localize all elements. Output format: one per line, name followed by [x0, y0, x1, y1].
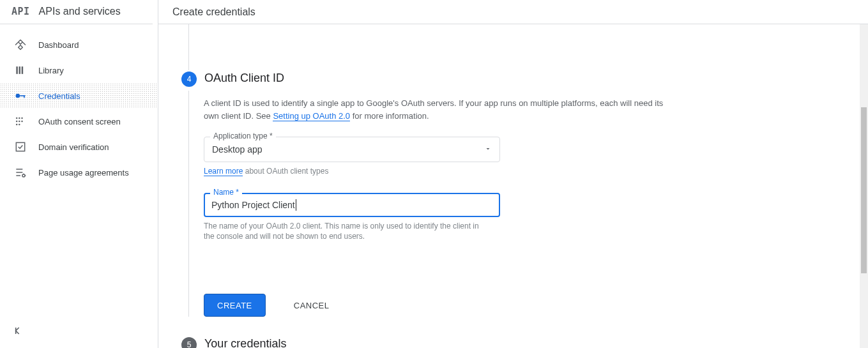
text-cursor [296, 199, 296, 211]
svg-rect-5 [24, 95, 25, 98]
step-badge-5: 5 [181, 337, 197, 348]
sidebar-item-label: Credentials [38, 91, 80, 101]
application-type-label: Application type * [210, 132, 276, 140]
svg-point-3 [16, 94, 20, 98]
library-icon [14, 64, 27, 77]
step-4-description: A client ID is used to identify a single… [204, 97, 664, 123]
svg-point-6 [16, 117, 18, 119]
sidebar-nav: Dashboard Library Credentials OAuth cons… [0, 24, 158, 348]
scrollbar-thumb[interactable] [861, 107, 867, 273]
sidebar-item-label: Page usage agreements [38, 168, 129, 178]
main-header: Create credentials [158, 0, 868, 24]
sidebar-item-label: OAuth consent screen [38, 117, 121, 126]
name-helper: The name of your OAuth 2.0 client. This … [204, 221, 485, 241]
name-input[interactable] [211, 200, 296, 210]
svg-rect-0 [16, 66, 18, 74]
sidebar-item-label: Dashboard [38, 40, 79, 50]
consent-screen-icon [14, 115, 27, 128]
sidebar-item-agreements[interactable]: Page usage agreements [0, 160, 158, 185]
sidebar: API APIs and services Dashboard Library [0, 0, 158, 348]
svg-point-13 [19, 124, 20, 126]
name-field: Name * The name of your OAuth 2.0 client… [204, 193, 500, 241]
step-4-oauth-client-id: 4 OAuth Client ID A client ID is used to… [158, 47, 868, 317]
svg-point-8 [21, 117, 23, 119]
sidebar-item-oauth-consent[interactable]: OAuth consent screen [0, 109, 158, 134]
collapse-sidebar-button[interactable] [11, 324, 24, 339]
agreements-icon [14, 166, 27, 179]
step-5-your-credentials: 5 Your credentials [158, 317, 868, 348]
learn-more-link[interactable]: Learn more [204, 167, 243, 176]
main: Create credentials Scopes (optional) 4 O… [158, 0, 868, 348]
name-label: Name * [210, 188, 242, 197]
application-type-select[interactable]: Desktop app [204, 137, 500, 162]
sidebar-item-credentials[interactable]: Credentials [0, 83, 158, 109]
name-input-wrapper [204, 193, 500, 217]
page-title: Create credentials [172, 6, 255, 18]
step-4-title: OAuth Client ID [204, 70, 284, 86]
sidebar-item-dashboard[interactable]: Dashboard [0, 32, 158, 57]
step-badge-4: 4 [181, 72, 197, 87]
chevron-down-icon [484, 144, 492, 155]
api-logo: API [11, 6, 30, 17]
product-header: API APIs and services [0, 0, 158, 24]
svg-rect-2 [22, 66, 24, 74]
application-type-value: Desktop app [212, 144, 263, 155]
step-5-title: Your credentials [204, 336, 286, 348]
verification-icon [14, 140, 27, 153]
svg-point-10 [19, 121, 20, 123]
svg-point-15 [22, 174, 25, 177]
sidebar-item-domain-verification[interactable]: Domain verification [0, 134, 158, 160]
content-area: Scopes (optional) 4 OAuth Client ID A cl… [158, 24, 868, 348]
dashboard-icon [14, 38, 27, 51]
svg-rect-1 [19, 66, 21, 74]
svg-point-9 [16, 121, 18, 123]
step-3-scopes: Scopes (optional) [158, 24, 868, 47]
sidebar-item-library[interactable]: Library [0, 57, 158, 83]
sidebar-item-label: Domain verification [38, 142, 109, 152]
application-type-field: Application type * Desktop app Learn mor… [204, 137, 500, 176]
key-icon [14, 89, 27, 102]
svg-point-7 [19, 117, 20, 119]
cancel-button[interactable]: CANCEL [281, 294, 342, 317]
svg-point-12 [16, 124, 18, 126]
svg-rect-14 [16, 142, 24, 151]
application-type-helper: Learn more about OAuth client types [204, 166, 500, 176]
scrollbar-track[interactable] [860, 24, 868, 348]
svg-point-11 [21, 121, 23, 123]
setup-oauth-link[interactable]: Setting up OAuth 2.0 [273, 111, 350, 121]
create-button[interactable]: CREATE [204, 294, 266, 317]
sidebar-item-label: Library [38, 66, 64, 75]
product-title: APIs and services [39, 6, 121, 17]
